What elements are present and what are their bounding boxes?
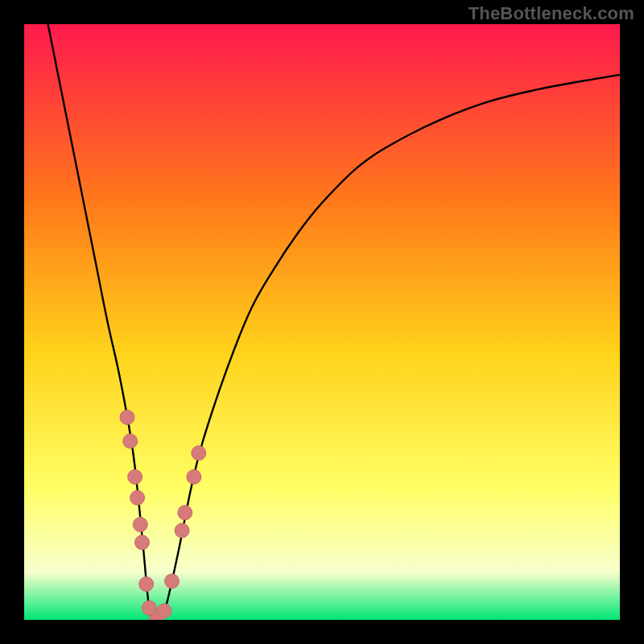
data-marker (157, 604, 171, 618)
data-marker (178, 506, 192, 520)
chart-svg (24, 24, 620, 620)
data-marker (175, 523, 189, 538)
plot-area (24, 24, 620, 620)
data-marker (187, 469, 201, 484)
gradient-background (24, 24, 620, 620)
data-marker (165, 574, 180, 588)
data-marker (123, 434, 138, 448)
data-marker (133, 518, 147, 532)
data-marker (130, 490, 145, 505)
chart-frame: TheBottleneck.com (0, 0, 644, 644)
data-marker (135, 535, 150, 550)
data-marker (128, 469, 142, 484)
data-marker (192, 446, 206, 460)
data-marker (139, 577, 154, 592)
watermark-text: TheBottleneck.com (469, 3, 634, 24)
data-marker (120, 410, 134, 424)
